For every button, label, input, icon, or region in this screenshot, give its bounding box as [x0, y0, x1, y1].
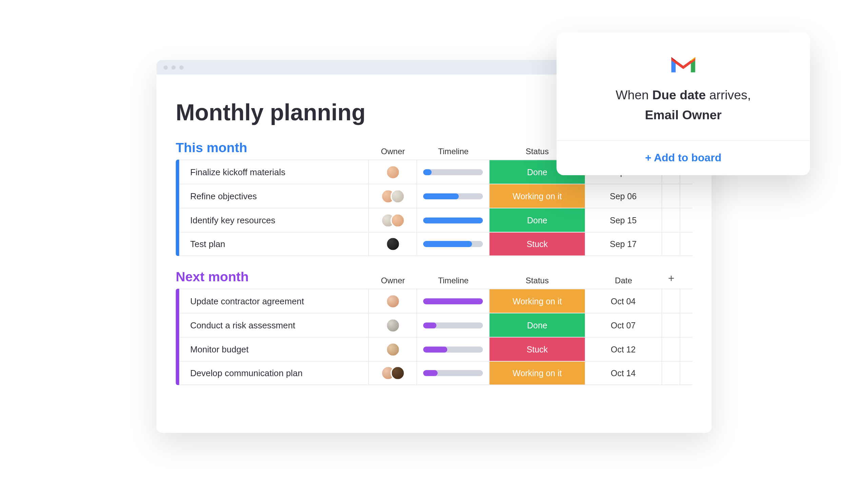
timeline-bar: [423, 241, 483, 247]
column-header-timeline[interactable]: Timeline: [417, 276, 490, 285]
owner-cell[interactable]: [369, 160, 417, 184]
status-cell[interactable]: Working on it: [490, 184, 585, 208]
timeline-fill: [423, 193, 459, 199]
timeline-fill: [423, 217, 483, 223]
date-cell[interactable]: Oct 12: [585, 338, 662, 361]
timeline-bar: [423, 298, 483, 304]
timeline-bar: [423, 169, 483, 175]
avatar: [390, 213, 405, 227]
avatar: [386, 165, 400, 179]
status-cell[interactable]: Done: [490, 313, 585, 337]
owner-cell[interactable]: [369, 338, 417, 361]
task-name-cell[interactable]: Update contractor agreement: [179, 289, 369, 313]
task-name-cell[interactable]: Conduct a risk assessment: [179, 313, 369, 337]
date-cell[interactable]: Sep 06: [585, 184, 662, 208]
table-row[interactable]: Identify key resourcesDoneSep 15: [179, 208, 692, 232]
owner-cell[interactable]: [369, 208, 417, 232]
timeline-cell[interactable]: [417, 362, 490, 385]
row-end-cell: [662, 289, 680, 313]
date-cell[interactable]: Sep 17: [585, 232, 662, 256]
timeline-cell[interactable]: [417, 313, 490, 337]
timeline-bar: [423, 217, 483, 223]
timeline-fill: [423, 241, 472, 247]
column-header-timeline[interactable]: Timeline: [417, 147, 490, 156]
timeline-fill: [423, 298, 483, 304]
timeline-bar: [423, 322, 483, 328]
window-dot: [179, 65, 183, 69]
timeline-cell[interactable]: [417, 289, 490, 313]
task-name-cell[interactable]: Develop communication plan: [179, 362, 369, 385]
table-row[interactable]: Update contractor agreementWorking on it…: [179, 289, 692, 313]
avatar: [386, 318, 400, 332]
automation-body: When Due date arrives, Email Owner: [556, 32, 810, 140]
task-name-cell[interactable]: Refine objectives: [179, 184, 369, 208]
row-end-cell: [662, 232, 680, 256]
owner-cell[interactable]: [369, 362, 417, 385]
timeline-bar: [423, 370, 483, 376]
gmail-icon: [669, 53, 697, 75]
table-row[interactable]: Conduct a risk assessmentDoneOct 07: [179, 313, 692, 337]
date-cell[interactable]: Oct 07: [585, 313, 662, 337]
text: When: [616, 88, 652, 102]
task-name-cell[interactable]: Identify key resources: [179, 208, 369, 232]
add-column-button[interactable]: +: [662, 272, 680, 285]
row-end-cell: [662, 184, 680, 208]
task-name-cell[interactable]: Finalize kickoff materials: [179, 160, 369, 184]
timeline-bar: [423, 193, 483, 199]
text: arrives,: [706, 88, 751, 102]
timeline-fill: [423, 169, 432, 175]
owner-cell[interactable]: [369, 289, 417, 313]
automation-card: When Due date arrives, Email Owner +Add …: [556, 32, 810, 175]
group-header: Next monthOwnerTimelineStatusDate+: [176, 269, 692, 285]
timeline-bar: [423, 346, 483, 352]
group-title[interactable]: This month: [176, 140, 369, 156]
timeline-fill: [423, 370, 437, 376]
plus-icon: +: [645, 151, 652, 164]
window-dot: [164, 65, 168, 69]
avatar: [386, 342, 400, 357]
status-cell[interactable]: Done: [490, 208, 585, 232]
group-title[interactable]: Next month: [176, 269, 369, 285]
window-dot: [172, 65, 176, 69]
text-strong: Due date: [652, 88, 706, 102]
row-end-cell: [662, 338, 680, 361]
column-header-status[interactable]: Status: [490, 276, 585, 285]
timeline-cell[interactable]: [417, 208, 490, 232]
table-row[interactable]: Develop communication planWorking on itO…: [179, 361, 692, 385]
date-cell[interactable]: Sep 15: [585, 208, 662, 232]
row-end-cell: [662, 208, 680, 232]
column-header-owner[interactable]: Owner: [369, 147, 417, 156]
task-name-cell[interactable]: Monitor budget: [179, 338, 369, 361]
cta-label: Add to board: [654, 151, 721, 164]
avatar: [390, 366, 405, 381]
timeline-fill: [423, 346, 447, 352]
timeline-cell[interactable]: [417, 160, 490, 184]
owner-cell[interactable]: [369, 313, 417, 337]
column-header-owner[interactable]: Owner: [369, 276, 417, 285]
timeline-cell[interactable]: [417, 184, 490, 208]
status-cell[interactable]: Stuck: [490, 232, 585, 256]
status-cell[interactable]: Working on it: [490, 289, 585, 313]
table-row[interactable]: Test planStuckSep 17: [179, 232, 692, 256]
status-cell[interactable]: Working on it: [490, 362, 585, 385]
table-row[interactable]: Monitor budgetStuckOct 12: [179, 337, 692, 361]
timeline-cell[interactable]: [417, 338, 490, 361]
timeline-cell[interactable]: [417, 232, 490, 256]
group-rows: Update contractor agreementWorking on it…: [176, 289, 692, 385]
avatar: [386, 294, 400, 308]
add-to-board-button[interactable]: +Add to board: [556, 140, 810, 175]
avatar: [386, 237, 400, 251]
date-cell[interactable]: Oct 14: [585, 362, 662, 385]
date-cell[interactable]: Oct 04: [585, 289, 662, 313]
task-name-cell[interactable]: Test plan: [179, 232, 369, 256]
owner-cell[interactable]: [369, 184, 417, 208]
row-end-cell: [662, 313, 680, 337]
group: Next monthOwnerTimelineStatusDate+Update…: [176, 269, 692, 385]
row-end-cell: [662, 362, 680, 385]
table-row[interactable]: Refine objectivesWorking on itSep 06: [179, 184, 692, 208]
status-cell[interactable]: Stuck: [490, 338, 585, 361]
owner-cell[interactable]: [369, 232, 417, 256]
timeline-fill: [423, 322, 436, 328]
automation-action-text: Email Owner: [575, 107, 792, 122]
column-header-date[interactable]: Date: [585, 276, 662, 285]
